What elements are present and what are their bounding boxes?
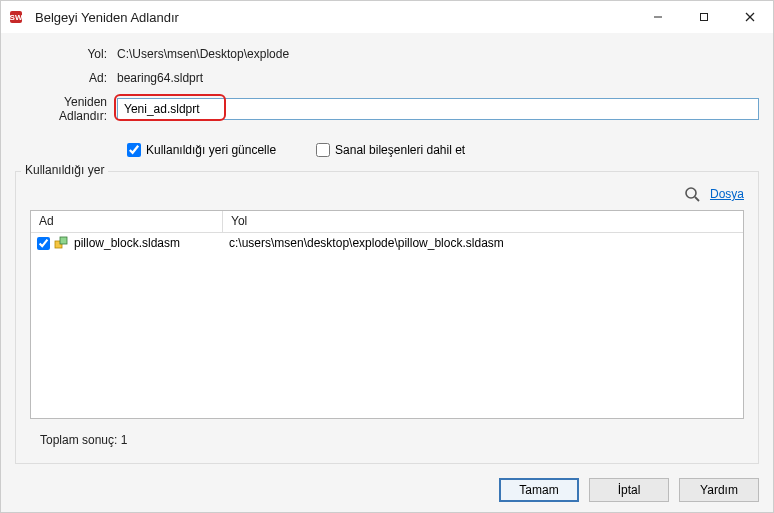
svg-line-7 — [695, 197, 699, 201]
svg-rect-9 — [60, 237, 67, 244]
header-name[interactable]: Ad — [31, 211, 223, 232]
path-row: Yol: C:\Users\msen\Desktop\explode — [15, 47, 759, 61]
header-path[interactable]: Yol — [223, 211, 743, 232]
file-link[interactable]: Dosya — [710, 187, 744, 201]
svg-text:SW: SW — [10, 13, 23, 22]
window-title: Belgeyi Yeniden Adlandır — [35, 10, 635, 25]
row-name-cell: pillow_block.sldasm — [31, 234, 223, 252]
name-row: Ad: bearing64.sldprt — [15, 71, 759, 85]
help-button[interactable]: Yardım — [679, 478, 759, 502]
solidworks-icon: SW — [9, 8, 27, 26]
table-header: Ad Yol — [31, 211, 743, 233]
rename-label: Yeniden Adlandır: — [15, 95, 117, 123]
path-label: Yol: — [15, 47, 117, 61]
path-value: C:\Users\msen\Desktop\explode — [117, 47, 289, 61]
rename-input-wrap — [117, 98, 759, 120]
dialog-content: Yol: C:\Users\msen\Desktop\explode Ad: b… — [1, 33, 773, 472]
usage-fieldset: Kullanıldığı yer Dosya Ad Yol — [15, 171, 759, 464]
include-virtual-label: Sanal bileşenleri dahil et — [335, 143, 465, 157]
svg-point-6 — [686, 188, 696, 198]
update-used-checkbox-group[interactable]: Kullanıldığı yeri güncelle — [127, 143, 276, 157]
assembly-icon — [54, 235, 70, 251]
table-body: pillow_block.sldasm c:\users\msen\deskto… — [31, 233, 743, 418]
titlebar: SW Belgeyi Yeniden Adlandır — [1, 1, 773, 33]
search-row: Dosya — [30, 182, 744, 206]
table-row[interactable]: pillow_block.sldasm c:\users\msen\deskto… — [31, 233, 743, 253]
checkbox-row: Kullanıldığı yeri güncelle Sanal bileşen… — [127, 143, 759, 157]
update-used-label: Kullanıldığı yeri güncelle — [146, 143, 276, 157]
row-name: pillow_block.sldasm — [74, 236, 180, 250]
cancel-button[interactable]: İptal — [589, 478, 669, 502]
include-virtual-checkbox[interactable] — [316, 143, 330, 157]
total-row: Toplam sonuç: 1 — [40, 433, 744, 447]
search-icon[interactable] — [682, 184, 702, 204]
rename-input[interactable] — [117, 98, 759, 120]
total-count: 1 — [121, 433, 128, 447]
window-controls — [635, 1, 773, 33]
total-label: Toplam sonuç: — [40, 433, 117, 447]
include-virtual-checkbox-group[interactable]: Sanal bileşenleri dahil et — [316, 143, 465, 157]
name-value: bearing64.sldprt — [117, 71, 203, 85]
row-path: c:\users\msen\desktop\explode\pillow_blo… — [223, 235, 743, 251]
maximize-button[interactable] — [681, 1, 727, 33]
dialog-buttons: Tamam İptal Yardım — [1, 472, 773, 512]
usage-legend: Kullanıldığı yer — [21, 163, 108, 177]
usage-table: Ad Yol — [30, 210, 744, 419]
svg-rect-3 — [701, 14, 708, 21]
minimize-button[interactable] — [635, 1, 681, 33]
name-label: Ad: — [15, 71, 117, 85]
rename-row: Yeniden Adlandır: — [15, 95, 759, 123]
ok-button[interactable]: Tamam — [499, 478, 579, 502]
row-checkbox[interactable] — [37, 237, 50, 250]
dialog-window: SW Belgeyi Yeniden Adlandır Yol: C:\User… — [0, 0, 774, 513]
usage-fieldset-inner: Dosya Ad Yol — [15, 171, 759, 464]
update-used-checkbox[interactable] — [127, 143, 141, 157]
close-button[interactable] — [727, 1, 773, 33]
